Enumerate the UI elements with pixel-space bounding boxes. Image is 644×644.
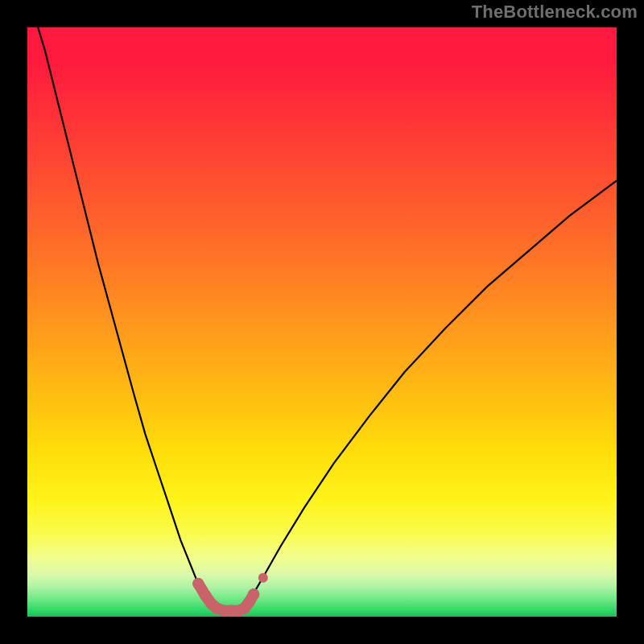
- valley-dot: [258, 573, 268, 583]
- valley-dot: [248, 588, 259, 600]
- valley-dot: [192, 578, 204, 589]
- valley-marker: [192, 573, 268, 617]
- chart-frame: TheBottleneck.com: [0, 0, 644, 644]
- curve-layer: [27, 27, 617, 617]
- watermark-text: TheBottleneck.com: [472, 2, 638, 23]
- bottleneck-curve: [27, 27, 617, 611]
